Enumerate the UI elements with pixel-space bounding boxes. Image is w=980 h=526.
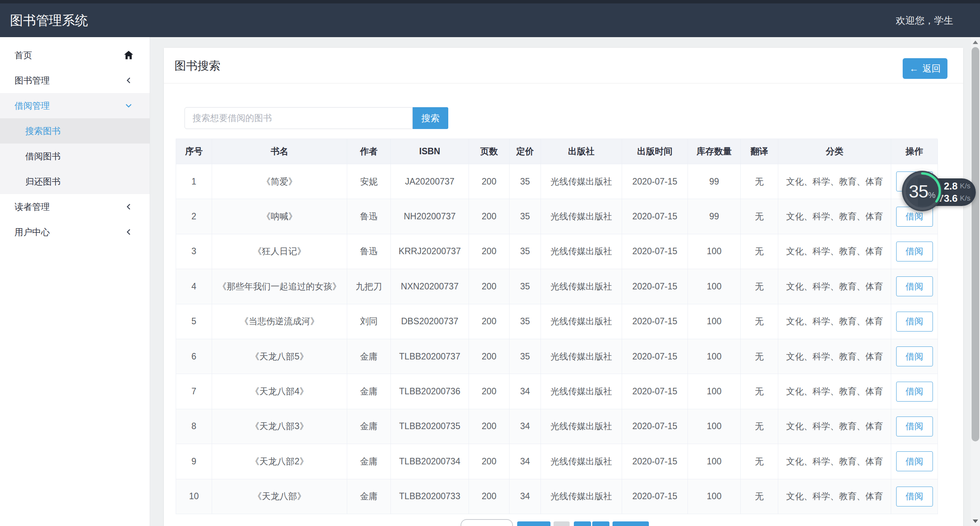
pagination-button[interactable] <box>612 521 649 526</box>
app-window: 图书管理系统 欢迎您，学生 首页 图书管理 借阅管理 搜索图书 借阅图书 <box>0 0 980 526</box>
table-cell: 35 <box>510 269 541 304</box>
table-row: 8 《天龙八部3》 金庸 TLBB20200735 200 34 光线传媒出版社… <box>176 409 938 444</box>
table-row: 5 《当悲伤逆流成河》 刘同 DBS20200737 200 35 光线传媒出版… <box>176 304 938 339</box>
sidebar-item-home[interactable]: 首页 <box>0 42 150 68</box>
table-cell: 34 <box>510 479 541 514</box>
table-cell: 200 <box>469 409 510 444</box>
borrow-button[interactable]: 借阅 <box>896 451 933 471</box>
borrow-button[interactable]: 借阅 <box>896 382 933 402</box>
download-speed-unit: K/s <box>960 194 970 203</box>
search-button[interactable]: 搜索 <box>413 107 448 129</box>
table-cell: 借阅 <box>891 339 938 374</box>
table-cell: 光线传媒出版社 <box>541 234 622 269</box>
search-input[interactable] <box>185 107 413 129</box>
table-cell: 文化、科学、教育、体育 <box>778 234 891 269</box>
scrollbar-down-arrow-icon[interactable] <box>973 519 978 523</box>
pagination-button[interactable] <box>517 521 550 526</box>
borrow-button[interactable]: 借阅 <box>896 312 933 332</box>
pagination-button[interactable] <box>592 521 609 526</box>
table-cell: 无 <box>741 339 778 374</box>
table-cell: 文化、科学、教育、体育 <box>778 374 891 409</box>
pagination-button[interactable] <box>554 521 570 526</box>
column-header: 作者 <box>347 139 391 164</box>
sidebar-item-borrow-books[interactable]: 借阅图书 <box>0 144 150 169</box>
table-cell: 借阅 <box>891 269 938 304</box>
table-cell: 文化、科学、教育、体育 <box>778 444 891 479</box>
table-row: 1 《简爱》 安妮 JA20200737 200 35 光线传媒出版社 2020… <box>176 164 938 199</box>
table-cell: 2020-07-15 <box>622 479 688 514</box>
table-cell: 200 <box>469 444 510 479</box>
sidebar-item-label: 归还图书 <box>25 176 60 188</box>
table-cell: 文化、科学、教育、体育 <box>778 269 891 304</box>
page-title: 图书搜索 <box>175 48 220 83</box>
table-cell: 《当悲伤逆流成河》 <box>212 304 347 339</box>
table-cell: 100 <box>688 409 741 444</box>
table-cell: 光线传媒出版社 <box>541 374 622 409</box>
table-cell: 《天龙八部5》 <box>212 339 347 374</box>
sidebar-item-search-books[interactable]: 搜索图书 <box>0 118 150 144</box>
table-cell: TLBB20200733 <box>391 479 469 514</box>
top-header: 图书管理系统 欢迎您，学生 <box>0 0 980 37</box>
table-cell: DBS20200737 <box>391 304 469 339</box>
borrow-button[interactable]: 借阅 <box>896 487 933 506</box>
books-table: 序号 书名 作者 ISBN 页数 定价 出版社 出版时间 库存数量 翻译 分类 … <box>176 139 938 514</box>
pagination-page-size-select[interactable] <box>461 519 513 526</box>
borrow-button[interactable]: 借阅 <box>896 346 933 366</box>
table-cell: 35 <box>510 234 541 269</box>
table-cell: 刘同 <box>347 304 391 339</box>
table-cell: TLBB20200737 <box>391 339 469 374</box>
download-speed-row: ↓ 73.6 K/s <box>942 192 970 204</box>
table-cell: 35 <box>510 339 541 374</box>
table-cell: 借阅 <box>891 304 938 339</box>
table-cell: 无 <box>741 479 778 514</box>
sidebar-item-reader-management[interactable]: 读者管理 <box>0 194 150 219</box>
table-cell: 《简爱》 <box>212 164 347 199</box>
table-cell: 文化、科学、教育、体育 <box>778 479 891 514</box>
table-cell: 35 <box>510 199 541 234</box>
sidebar-item-label: 借阅管理 <box>15 100 50 112</box>
table-cell: 借阅 <box>891 234 938 269</box>
table-row: 3 《狂人日记》 鲁迅 KRRJ20200737 200 35 光线传媒出版社 … <box>176 234 938 269</box>
table-cell: NXN20200737 <box>391 269 469 304</box>
borrow-button[interactable]: 借阅 <box>896 276 933 296</box>
table-cell: 200 <box>469 164 510 199</box>
upload-speed-value: 2.8 <box>944 180 957 192</box>
table-cell: 100 <box>688 479 741 514</box>
sidebar-item-book-management[interactable]: 图书管理 <box>0 68 150 93</box>
table-row: 7 《天龙八部4》 金庸 TLBB20200736 200 34 光线传媒出版社… <box>176 374 938 409</box>
table-cell: 10 <box>176 479 212 514</box>
table-cell: 光线传媒出版社 <box>541 199 622 234</box>
borrow-button[interactable]: 借阅 <box>896 242 933 261</box>
sidebar-item-label: 首页 <box>15 49 32 61</box>
table-cell: 《呐喊》 <box>212 199 347 234</box>
table-cell: 100 <box>688 374 741 409</box>
borrow-button[interactable]: 借阅 <box>896 417 933 436</box>
chevron-left-icon <box>123 201 134 212</box>
sidebar-item-borrow-management[interactable]: 借阅管理 <box>0 93 150 118</box>
sidebar-item-label: 搜索图书 <box>25 125 60 137</box>
table-cell: 34 <box>510 444 541 479</box>
table-cell: TLBB20200734 <box>391 444 469 479</box>
sidebar-item-return-books[interactable]: 归还图书 <box>0 169 150 194</box>
scrollbar-thumb[interactable] <box>972 47 979 441</box>
table-cell: 200 <box>469 374 510 409</box>
table-cell: 2 <box>176 199 212 234</box>
network-monitor-ball[interactable]: 35 % <box>902 171 942 211</box>
sidebar-item-user-center[interactable]: 用户中心 <box>0 219 150 245</box>
back-button[interactable]: ← 返回 <box>903 58 947 79</box>
table-cell: 2020-07-15 <box>622 304 688 339</box>
table-cell: 借阅 <box>891 444 938 479</box>
table-cell: TLBB20200735 <box>391 409 469 444</box>
pagination-button[interactable] <box>574 521 591 526</box>
table-cell: 无 <box>741 234 778 269</box>
table-cell: 金庸 <box>347 374 391 409</box>
scrollbar[interactable] <box>971 37 980 526</box>
table-cell: 6 <box>176 339 212 374</box>
table-cell: 金庸 <box>347 339 391 374</box>
table-cell: 4 <box>176 269 212 304</box>
column-header: 书名 <box>212 139 347 164</box>
table-cell: 光线传媒出版社 <box>541 409 622 444</box>
table-cell: JA20200737 <box>391 164 469 199</box>
home-icon <box>123 49 134 61</box>
scrollbar-up-arrow-icon[interactable] <box>973 41 978 44</box>
